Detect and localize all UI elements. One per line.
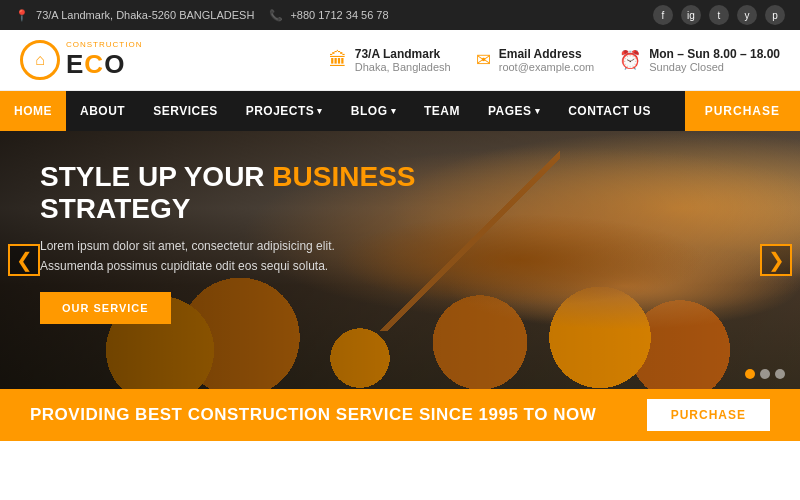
- hero-title-line1: STYLE UP YOUR: [40, 161, 272, 192]
- hours-sub: Sunday Closed: [649, 61, 780, 73]
- hero-next-arrow[interactable]: ❯: [760, 244, 792, 276]
- pinterest-link[interactable]: p: [765, 5, 785, 25]
- hours-title: Mon – Sun 8.00 – 18.00: [649, 47, 780, 61]
- twitter-link[interactable]: t: [709, 5, 729, 25]
- address-sub: Dhaka, Bangladesh: [355, 61, 451, 73]
- instagram-link[interactable]: ig: [681, 5, 701, 25]
- hero-dot-2[interactable]: [760, 369, 770, 379]
- phone-info: 📞 +880 1712 34 56 78: [269, 9, 388, 22]
- hero-prev-arrow[interactable]: ❮: [8, 244, 40, 276]
- hero-dots: [745, 369, 785, 379]
- bottom-bar-text: PROVIDING BEST CONSTRUCTION SERVICE SINC…: [30, 405, 596, 425]
- facebook-link[interactable]: f: [653, 5, 673, 25]
- hero-title-line2: STRATEGY: [40, 193, 190, 224]
- nav-item-about[interactable]: ABOUT: [66, 91, 139, 131]
- hero-title-highlight: BUSINESS: [272, 161, 415, 192]
- hero-section: STYLE UP YOUR BUSINESS STRATEGY Lorem ip…: [0, 131, 800, 389]
- nav-item-blog[interactable]: BLOG ▾: [337, 91, 410, 131]
- nav-item-home[interactable]: HOME: [0, 91, 66, 131]
- youtube-link[interactable]: y: [737, 5, 757, 25]
- address-icon: 🏛: [329, 50, 347, 71]
- hero-dot-3[interactable]: [775, 369, 785, 379]
- hero-title: STYLE UP YOUR BUSINESS STRATEGY: [40, 161, 416, 225]
- email-sub: root@example.com: [499, 61, 595, 73]
- top-bar-left: 📍 73/A Landmark, Dhaka-5260 BANGLADESH 📞…: [15, 9, 389, 22]
- phone-icon: 📞: [269, 9, 283, 21]
- hero-dot-1[interactable]: [745, 369, 755, 379]
- logo[interactable]: CONSTRUCTION ECO: [20, 40, 142, 80]
- nav-item-contact[interactable]: CONTACT US: [554, 91, 665, 131]
- nav-items: HOME ABOUT SERVICES PROJECTS ▾ BLOG ▾ TE…: [0, 91, 685, 131]
- address-title: 73/A Landmark: [355, 47, 451, 61]
- clock-icon: ⏰: [619, 49, 641, 71]
- projects-chevron: ▾: [317, 106, 323, 116]
- email-icon: ✉: [476, 49, 491, 71]
- site-header: CONSTRUCTION ECO 🏛 73/A Landmark Dhaka, …: [0, 30, 800, 91]
- logo-eco-text: ECO: [66, 49, 142, 80]
- pages-chevron: ▾: [535, 106, 541, 116]
- location-icon: 📍: [15, 9, 29, 21]
- nav-item-team[interactable]: TEAM: [410, 91, 474, 131]
- hero-description: Lorem ipsum dolor sit amet, consectetur …: [40, 237, 416, 275]
- email-title: Email Address: [499, 47, 595, 61]
- hero-content: STYLE UP YOUR BUSINESS STRATEGY Lorem ip…: [40, 161, 416, 324]
- top-bar: 📍 73/A Landmark, Dhaka-5260 BANGLADESH 📞…: [0, 0, 800, 30]
- nav-item-services[interactable]: SERVICES: [139, 91, 231, 131]
- header-address: 🏛 73/A Landmark Dhaka, Bangladesh: [329, 47, 451, 73]
- location-info: 📍 73/A Landmark, Dhaka-5260 BANGLADESH: [15, 9, 254, 22]
- bottom-bar-purchase-button[interactable]: PURCHASE: [647, 399, 770, 431]
- blog-chevron: ▾: [391, 106, 397, 116]
- logo-text: CONSTRUCTION ECO: [66, 40, 142, 80]
- header-email: ✉ Email Address root@example.com: [476, 47, 595, 73]
- main-nav: HOME ABOUT SERVICES PROJECTS ▾ BLOG ▾ TE…: [0, 91, 800, 131]
- logo-icon: [20, 40, 60, 80]
- social-links: f ig t y p: [653, 5, 785, 25]
- nav-item-pages[interactable]: PAGES ▾: [474, 91, 554, 131]
- bottom-bar: PROVIDING BEST CONSTRUCTION SERVICE SINC…: [0, 389, 800, 441]
- nav-item-projects[interactable]: PROJECTS ▾: [232, 91, 337, 131]
- header-info: 🏛 73/A Landmark Dhaka, Bangladesh ✉ Emai…: [329, 47, 780, 73]
- header-hours: ⏰ Mon – Sun 8.00 – 18.00 Sunday Closed: [619, 47, 780, 73]
- nav-purchase-button[interactable]: PURCHASE: [685, 91, 800, 131]
- hero-cta-button[interactable]: OUR SERVICE: [40, 292, 171, 324]
- logo-construction-text: CONSTRUCTION: [66, 40, 142, 49]
